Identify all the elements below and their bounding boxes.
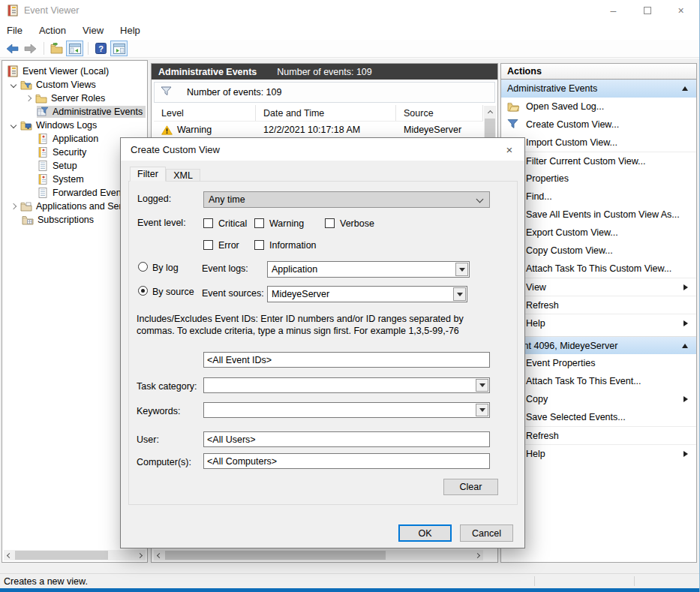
events-horizontal-scrollbar[interactable] xyxy=(154,550,483,560)
action-help-submenu[interactable]: Help xyxy=(501,314,696,332)
action-refresh-event[interactable]: Refresh xyxy=(501,426,696,444)
scrollbar-thumb[interactable] xyxy=(165,551,386,560)
checkbox-warning[interactable] xyxy=(254,218,264,228)
action-refresh[interactable]: Refresh xyxy=(501,296,696,314)
scroll-right-icon[interactable] xyxy=(472,550,483,560)
action-event-properties[interactable]: Event Properties xyxy=(501,354,696,372)
computers-input[interactable] xyxy=(203,453,490,469)
actions-group-administrative-events[interactable]: Administrative Events xyxy=(501,80,696,98)
tree-horizontal-scrollbar[interactable] xyxy=(4,550,146,560)
ok-button[interactable]: OK xyxy=(398,524,452,542)
menu-help[interactable]: Help xyxy=(120,23,148,38)
open-folder-icon xyxy=(507,101,519,113)
action-view-submenu[interactable]: View xyxy=(501,278,696,296)
tab-filter[interactable]: Filter xyxy=(130,167,166,182)
action-import-custom-view[interactable]: Import Custom View... xyxy=(501,134,696,152)
expand-closed-icon[interactable] xyxy=(7,204,20,209)
action-attach-task-custom-view[interactable]: Attach Task To This Custom View... xyxy=(501,260,696,278)
keywords-combobox[interactable] xyxy=(203,402,490,418)
actions-group-event-4096[interactable]: Event 4096, MideyeServer xyxy=(501,336,696,354)
action-create-custom-view[interactable]: Create Custom View... xyxy=(501,116,696,134)
scroll-right-icon[interactable] xyxy=(134,550,146,560)
column-header-date-time[interactable]: Date and Time xyxy=(256,105,396,121)
tree-item-windows-logs[interactable]: Windows Logs xyxy=(4,119,146,132)
checkbox-error[interactable] xyxy=(203,240,213,250)
expand-closed-icon[interactable] xyxy=(22,96,35,101)
checkbox-information[interactable] xyxy=(254,240,264,250)
maximize-button[interactable] xyxy=(630,0,664,21)
submenu-arrow-icon xyxy=(683,284,688,290)
checkbox-error-label: Error xyxy=(218,240,239,251)
help-icon: ? xyxy=(95,43,107,54)
action-find[interactable]: Find... xyxy=(501,188,696,206)
expand-open-icon[interactable] xyxy=(7,123,20,128)
cancel-button[interactable]: Cancel xyxy=(460,524,513,542)
event-datetime: 12/2/2021 10:17:18 AM xyxy=(256,122,396,138)
checkbox-verbose[interactable] xyxy=(325,218,335,228)
action-attach-task-event[interactable]: Attach Task To This Event... xyxy=(501,372,696,390)
menu-view[interactable]: View xyxy=(83,23,111,38)
tree-item-event-viewer-local[interactable]: Event Viewer (Local) xyxy=(4,65,146,78)
action-export-custom-view[interactable]: Export Custom View... xyxy=(501,224,696,242)
events-filter-bar: Number of events: 109 xyxy=(154,82,495,103)
tab-xml[interactable]: XML xyxy=(166,169,200,182)
scrollbar-thumb[interactable] xyxy=(15,551,108,560)
event-viewer-window: Event Viewer – × File Action View Help ? xyxy=(0,0,700,592)
radio-by-log[interactable] xyxy=(138,262,148,272)
column-header-level[interactable]: Level xyxy=(154,105,256,121)
tree-item-administrative-events[interactable]: Administrative Events xyxy=(4,105,146,119)
collapse-icon[interactable] xyxy=(682,86,688,91)
clear-button[interactable]: Clear xyxy=(443,479,498,495)
column-header-source[interactable]: Source xyxy=(396,105,483,121)
event-row[interactable]: Warning 12/2/2021 10:17:18 AM MideyeServ… xyxy=(154,122,483,138)
minimize-button[interactable]: – xyxy=(596,0,630,21)
logged-label: Logged: xyxy=(137,194,171,204)
menu-file[interactable]: File xyxy=(7,23,30,38)
dropdown-arrow-icon xyxy=(479,383,485,387)
action-filter-current-custom-view[interactable]: Filter Current Custom View... xyxy=(501,152,696,170)
tree-item-server-roles[interactable]: Server Roles xyxy=(4,92,146,105)
task-category-combobox[interactable] xyxy=(203,377,490,393)
collapse-icon[interactable] xyxy=(682,344,688,348)
plain-log-icon xyxy=(37,160,50,172)
expand-open-icon[interactable] xyxy=(7,83,20,87)
action-save-all-events[interactable]: Save All Events in Custom View As... xyxy=(501,206,696,224)
menu-action[interactable]: Action xyxy=(39,23,74,38)
events-panel-count: Number of events: 109 xyxy=(277,67,371,77)
event-logs-combobox[interactable]: Application xyxy=(267,261,470,278)
close-button[interactable]: × xyxy=(664,0,698,21)
back-button[interactable] xyxy=(4,41,21,56)
checkbox-critical[interactable] xyxy=(203,218,213,228)
dropdown-button[interactable] xyxy=(476,379,488,392)
user-input[interactable] xyxy=(203,431,490,447)
tree-item-custom-views[interactable]: Custom Views xyxy=(4,78,146,92)
event-sources-combobox[interactable]: MideyeServer xyxy=(267,286,467,302)
dropdown-button[interactable] xyxy=(455,263,468,276)
show-console-tree-button[interactable] xyxy=(66,41,83,56)
scroll-left-icon[interactable] xyxy=(4,550,15,560)
radio-by-source[interactable] xyxy=(138,286,148,296)
export-log-button[interactable] xyxy=(48,41,65,56)
submenu-arrow-icon xyxy=(683,320,688,326)
dropdown-button[interactable] xyxy=(476,404,488,416)
help-button[interactable]: ? xyxy=(92,41,110,56)
action-save-selected-events[interactable]: Save Selected Events... xyxy=(501,408,696,426)
event-log-icon xyxy=(37,173,50,185)
dropdown-button[interactable] xyxy=(453,287,466,301)
event-source: MideyeServer xyxy=(396,122,483,138)
action-properties[interactable]: Properties xyxy=(501,170,696,188)
title-bar: Event Viewer – × xyxy=(0,0,699,21)
show-action-pane-button[interactable] xyxy=(110,41,128,56)
scroll-left-icon[interactable] xyxy=(154,550,165,560)
event-ids-input[interactable] xyxy=(203,352,490,368)
action-help-event-submenu[interactable]: Help xyxy=(501,444,696,462)
logged-combobox[interactable]: Any time xyxy=(203,191,490,208)
action-copy-submenu[interactable]: Copy xyxy=(501,390,696,408)
forward-button[interactable] xyxy=(22,41,39,56)
status-bar: Creates a new view. xyxy=(0,573,699,588)
dialog-close-button[interactable]: × xyxy=(500,142,518,157)
action-copy-custom-view[interactable]: Copy Custom View... xyxy=(501,242,696,260)
dialog-title-bar[interactable]: Create Custom View xyxy=(121,138,524,161)
action-open-saved-log[interactable]: Open Saved Log... xyxy=(501,98,696,116)
scroll-up-icon[interactable] xyxy=(484,106,496,118)
